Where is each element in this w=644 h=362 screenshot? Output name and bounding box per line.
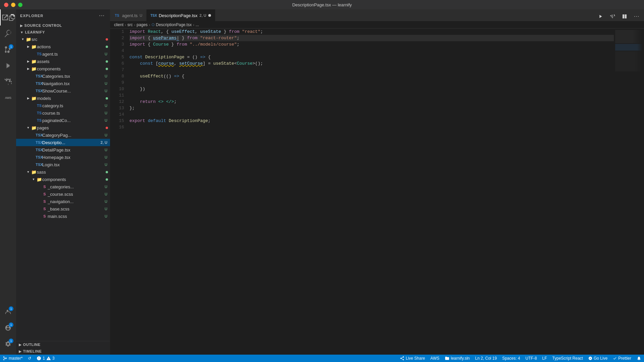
titlebar-buttons	[4, 3, 22, 7]
split-editor-button[interactable]	[620, 12, 629, 21]
tree-item-course-ts[interactable]: TS course.ts U	[16, 109, 110, 117]
spaces-status[interactable]: Spaces: 4	[499, 356, 523, 361]
tab-label: agent.ts	[122, 13, 138, 18]
chevron-right-icon: ▶	[20, 24, 23, 27]
branch-status[interactable]: master*	[0, 356, 25, 361]
code-line-14	[129, 111, 614, 118]
folder-icon: 📁	[25, 37, 32, 42]
tree-item-pages[interactable]: ▼ 📁 pages	[16, 124, 110, 131]
activity-item-aws[interactable]: AWS	[0, 90, 16, 106]
code-line-16	[129, 124, 614, 130]
aws-status[interactable]: AWS	[428, 356, 442, 361]
encoding-status[interactable]: UTF-8	[523, 356, 540, 361]
outline-section[interactable]: ▶ OUTLINE	[16, 341, 110, 348]
tree-item-navigation-scss[interactable]: S _navigation... U	[16, 198, 110, 205]
tree-item-src[interactable]: ▼ 📁 src	[16, 36, 110, 43]
code-content[interactable]: import React, { useEffect, useState } fr…	[127, 28, 614, 355]
tsx-file-icon: TSX	[36, 140, 42, 144]
close-button[interactable]	[4, 3, 8, 7]
activity-item-source-control[interactable]: 1	[0, 42, 16, 58]
live-share-status[interactable]: Live Share	[397, 356, 428, 361]
modified-dot	[106, 178, 108, 181]
tree-item-components[interactable]: ▶ 📁 components	[16, 65, 110, 72]
file-badge: U	[105, 89, 107, 93]
tree-item-base-scss[interactable]: S _base.scss U	[16, 205, 110, 213]
aws-label: AWS	[5, 96, 11, 100]
tree-item-course-scss[interactable]: S _course.scss U	[16, 190, 110, 198]
learnify-label: LEARNIFY	[25, 30, 45, 34]
breadcrumb-part-pages[interactable]: pages	[137, 22, 148, 27]
tree-item-actions[interactable]: ▶ 📁 actions	[16, 43, 110, 50]
tree-item-homepage-tsx[interactable]: TSX Homepage.tsx U	[16, 154, 110, 161]
activity-item-settings[interactable]: 1	[0, 336, 16, 352]
scss-file-icon: S	[42, 214, 48, 218]
line-ending-status[interactable]: LF	[540, 356, 550, 361]
git-branch-icon	[3, 356, 7, 361]
tree-item-login-tsx[interactable]: TSX Login.tsx U	[16, 161, 110, 168]
breadcrumb-part-client[interactable]: client	[114, 22, 123, 27]
scss-file-icon: S	[42, 185, 48, 189]
activity-item-extensions[interactable]	[0, 74, 16, 90]
tree-item-navigation-tsx[interactable]: TSX Navigation.tsx U	[16, 80, 110, 87]
go-live-status[interactable]: Go Live	[586, 356, 610, 361]
activity-item-remote[interactable]: 1	[0, 304, 16, 320]
notification-bell[interactable]	[634, 356, 644, 361]
solution-label: learnify.sln	[451, 356, 470, 361]
maximize-button[interactable]	[18, 3, 22, 7]
code-line-7	[129, 67, 614, 73]
code-line-1: import React, { useEffect, useState } fr…	[129, 28, 614, 35]
expand-icon: ▼	[25, 126, 31, 129]
activity-item-accounts[interactable]: 1	[0, 320, 16, 336]
tree-item-showcourse-tsx[interactable]: TSX ShowCourse... U	[16, 87, 110, 95]
language-mode-status[interactable]: TypeScript React	[550, 356, 586, 361]
file-badge: U	[105, 163, 107, 167]
solution-status[interactable]: learnify.sln	[442, 356, 472, 361]
tree-item-descriptionpage-tsx[interactable]: TSX Descriptio... 2, U	[16, 139, 110, 146]
tab-description-tsx[interactable]: TSX DescriptionPage.tsx 2, U	[147, 9, 215, 21]
ts-file-icon: TS	[36, 111, 42, 115]
code-line-8: useEffect(() => {	[129, 73, 614, 79]
file-badge: U	[105, 192, 107, 196]
search-icon	[4, 30, 12, 37]
minimize-button[interactable]	[11, 3, 15, 7]
position-status[interactable]: Ln 2, Col 19	[472, 356, 499, 361]
broadcast-button[interactable]	[608, 12, 617, 21]
sync-status[interactable]: ↺	[25, 356, 34, 361]
sidebar-more-button[interactable]: ···	[98, 12, 106, 19]
file-badge: U	[105, 133, 107, 137]
breadcrumb-part-file[interactable]: DescriptionPage.tsx	[156, 22, 192, 27]
run-button[interactable]	[596, 12, 605, 21]
tsx-file-icon: TSX	[36, 133, 42, 137]
prettier-status[interactable]: Prettier	[610, 356, 634, 361]
tree-item-categories-scss[interactable]: S _categories... U	[16, 183, 110, 190]
tree-item-sass[interactable]: ▼ 📁 sass	[16, 168, 110, 176]
tree-item-models[interactable]: ▶ 📁 models	[16, 95, 110, 102]
tree-item-sass-components[interactable]: ▼ 📁 components	[16, 176, 110, 183]
source-control-section[interactable]: ▶ SOURCE CONTROL	[16, 22, 110, 29]
code-editor[interactable]: 1 2 3 4 5 6 7 8 9 10 11 12 13 14 15 16	[110, 28, 614, 355]
tree-item-paginated-ts[interactable]: TS paginatedCo... U	[16, 117, 110, 124]
tree-item-detailpage-tsx[interactable]: TSX DetailPage.tsx U	[16, 146, 110, 154]
tab-agent-ts[interactable]: TS agent.ts U	[110, 9, 147, 21]
breadcrumb-part-src[interactable]: src	[127, 22, 133, 27]
error-status[interactable]: 1 3	[34, 356, 57, 361]
more-actions-button[interactable]: ···	[632, 12, 641, 21]
tree-item-assets[interactable]: ▶ 📁 assets	[16, 58, 110, 65]
tree-item-agent-ts[interactable]: TS agent.ts U	[16, 50, 110, 58]
breadcrumb: client › src › pages › ⬡ DescriptionPage…	[110, 21, 644, 28]
tree-item-categorypage-tsx[interactable]: TSX CategoryPag... U	[16, 131, 110, 139]
file-badge: U	[105, 148, 107, 152]
editor-with-minimap: 1 2 3 4 5 6 7 8 9 10 11 12 13 14 15 16	[110, 28, 644, 355]
learnify-root[interactable]: ▼ LEARNIFY	[16, 29, 110, 36]
activity-item-run[interactable]	[0, 58, 16, 74]
tsx-file-icon: TSX	[36, 163, 42, 167]
tree-item-category-ts[interactable]: TS category.ts U	[16, 102, 110, 109]
breadcrumb-part-dots[interactable]: ...	[196, 22, 199, 27]
activity-item-explorer[interactable]	[0, 9, 16, 25]
folder-icon: 📁	[31, 66, 37, 71]
tree-item-main-scss[interactable]: S main.scss U	[16, 213, 110, 220]
timeline-section[interactable]: ▶ TIMELINE	[16, 348, 110, 355]
tree-item-categories-tsx[interactable]: TSX Categories.tsx U	[16, 72, 110, 80]
activity-item-search[interactable]	[0, 25, 16, 42]
activity-bar-bottom: 1 1 1	[0, 304, 16, 355]
